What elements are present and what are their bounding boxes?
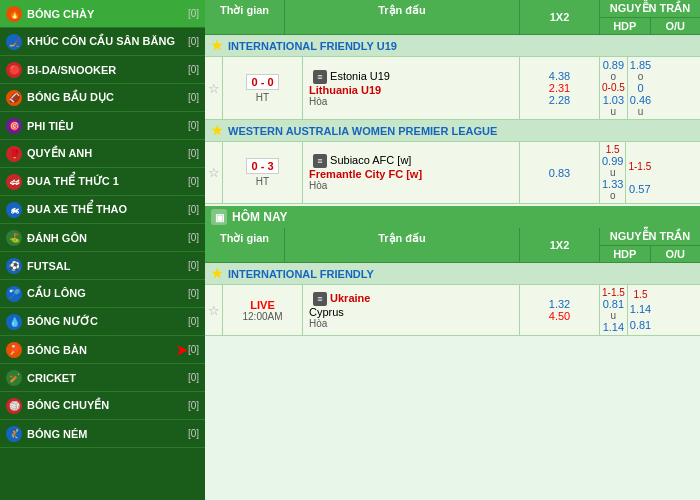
sidebar-item-label: BÓNG NƯỚC xyxy=(27,315,98,328)
sidebar-item-label: ĐUA THỂ THỨC 1 xyxy=(27,175,119,188)
col-nguyen-tran: NGUYỄN TRẦN xyxy=(600,0,700,18)
sidebar-badge: [0] xyxy=(188,36,199,47)
draw-label2: Hòa xyxy=(309,180,513,191)
hn-odds-bot[interactable]: 4.50 xyxy=(549,310,570,322)
hn-col-hdp: HDP xyxy=(600,246,651,262)
hdp-ou3: o xyxy=(638,71,644,82)
match-row-hn: ☆ LIVE 12:00AM ≡ Ukraine Cyprus Hòa 1.32… xyxy=(205,285,700,336)
hn-odds-top[interactable]: 1.32 xyxy=(549,298,570,310)
hdp-ou-cell: 0.89 o 0-0.5 1.03 u 1.85 o 0 xyxy=(600,57,700,119)
favorite-star[interactable]: ☆ xyxy=(205,81,223,96)
bong-nem-icon: 🤾 xyxy=(6,426,22,442)
homnay-icon: ▣ xyxy=(211,209,227,225)
sidebar-item-futsal[interactable]: ⚽ FUTSAL [0] xyxy=(0,252,205,280)
sidebar-item-bong-bau-duc[interactable]: 🏈 BÓNG BẦU DỤC [0] xyxy=(0,84,205,112)
sidebar-item-bong-ban[interactable]: 🏓 BÓNG BÀN ➤ [0] xyxy=(0,336,205,364)
sidebar-item-quyen-anh[interactable]: 🥊 QUYỀN ANH [0] xyxy=(0,140,205,168)
sidebar-item-bong-nem[interactable]: 🤾 BÓNG NÉM [0] xyxy=(0,420,205,448)
odds-mid[interactable]: 2.31 xyxy=(549,82,570,94)
hdp-col-right: 1.85 o 0 0.46 u xyxy=(628,57,653,119)
sidebar-badge: [0] xyxy=(188,400,199,411)
quyen-anh-icon: 🥊 xyxy=(6,146,22,162)
col-hdp: HDP xyxy=(600,18,651,34)
team1-name2: ≡ Subiaco AFC [w] xyxy=(309,154,513,168)
odds-1x2-cell2: 0.83 xyxy=(520,142,600,203)
favorite-star2[interactable]: ☆ xyxy=(205,165,223,180)
s2-hdp-val1[interactable]: 0.99 xyxy=(602,155,623,167)
section-star-icon-hn: ★ xyxy=(211,266,223,281)
sidebar-badge: [0] xyxy=(188,204,199,215)
sidebar-item-bong-chay[interactable]: 🔥 BÓNG CHÀY [0] xyxy=(0,0,205,28)
sidebar-item-label: BÓNG BÀN xyxy=(27,344,87,356)
sidebar-badge: [0] xyxy=(188,288,199,299)
bong-chay-icon: 🔥 xyxy=(6,6,22,22)
hn-hdp-val2[interactable]: 1.14 xyxy=(603,321,624,333)
hdp-val1[interactable]: 0.89 xyxy=(603,59,624,71)
table-header-homnay: Thời gian Trận đấu 1X2 NGUYỄN TRẦN HDP O… xyxy=(205,228,700,263)
sidebar-item-bong-chuyen[interactable]: 🏐 BÓNG CHUYỀN [0] xyxy=(0,392,205,420)
sidebar-badge: [0] xyxy=(188,260,199,271)
odds-1x2-hn: 1.32 4.50 xyxy=(520,285,600,335)
col-1x2: 1X2 xyxy=(520,0,600,34)
hdp-val3[interactable]: 1.85 xyxy=(630,59,651,71)
fav-col-hn[interactable]: ☆ xyxy=(205,285,223,335)
bong-ban-icon: 🏓 xyxy=(6,342,22,358)
odds-only[interactable]: 0.83 xyxy=(549,167,570,179)
hn-hdp-val1[interactable]: 0.81 xyxy=(603,298,624,310)
hn-col-time: Thời gian xyxy=(205,228,285,262)
odds-bot[interactable]: 2.28 xyxy=(549,94,570,106)
hdp-col-hn-right: 1.5 1.14 0.81 xyxy=(628,285,653,335)
fav-col2[interactable]: ☆ xyxy=(205,142,223,203)
sidebar-item-cricket[interactable]: 🏏 CRICKET [0] xyxy=(0,364,205,392)
khuc-con-cau-icon: 🏒 xyxy=(6,34,22,50)
sidebar-item-cau-long[interactable]: 🏸 CẦU LÔNG [0] xyxy=(0,280,205,308)
sidebar-badge: [0] xyxy=(188,232,199,243)
match-time-value: 12:00AM xyxy=(242,311,282,322)
sidebar-badge: [0] xyxy=(188,176,199,187)
sidebar-item-bong-nuoc[interactable]: 💧 BÓNG NƯỚC [0] xyxy=(0,308,205,336)
hn-team2: Cyprus xyxy=(309,306,513,318)
hn-hdp-val4[interactable]: 0.81 xyxy=(630,319,651,331)
s2-hdp-val2[interactable]: 1.33 xyxy=(602,178,623,190)
hn-team1: ≡ Ukraine xyxy=(309,292,513,306)
favorite-star-hn[interactable]: ☆ xyxy=(205,303,223,318)
sidebar-badge: [0] xyxy=(188,316,199,327)
col-time: Thời gian xyxy=(205,0,285,34)
sidebar-item-bi-da[interactable]: 🔴 BI-DA/SNOOKER [0] xyxy=(0,56,205,84)
sidebar-item-label: CRICKET xyxy=(27,372,76,384)
match-teams: ≡ Estonia U19 Lithuania U19 Hòa xyxy=(303,57,520,119)
sidebar-item-label: BÓNG NÉM xyxy=(27,428,88,440)
dua-the-thuc-icon: 🏎 xyxy=(6,174,22,190)
sidebar-item-phi-tieu[interactable]: 🎯 PHI TIÊU [0] xyxy=(0,112,205,140)
col-nguy: NGUYỄN TRẦN HDP O/U xyxy=(600,0,700,34)
dua-xe-icon: 🏍 xyxy=(6,202,22,218)
odds-top[interactable]: 4.38 xyxy=(549,70,570,82)
fav-col[interactable]: ☆ xyxy=(205,57,223,119)
hdp-ou-cell-hn: 1-1.5 0.81 u 1.14 1.5 1.14 0.81 xyxy=(600,285,700,335)
match-time: 0 - 0 HT xyxy=(223,57,303,119)
section-star-icon: ★ xyxy=(211,38,223,53)
hdp-val4[interactable]: 0 xyxy=(637,82,643,94)
match-info-icon[interactable]: ≡ xyxy=(313,70,327,84)
col-hdp-ou: HDP O/U xyxy=(600,18,700,34)
sidebar-item-khuc-con-cau[interactable]: 🏒 KHÚC CÔN CẦU SÂN BĂNG [0] xyxy=(0,28,205,56)
hdp-val2[interactable]: 1.03 xyxy=(603,94,624,106)
sidebar-item-danh-gon[interactable]: ⛳ ĐÁNH GÔN [0] xyxy=(0,224,205,252)
sidebar-item-label: BÓNG CHÀY xyxy=(27,8,94,20)
team2-name2: Fremantle City FC [w] xyxy=(309,168,513,180)
hdp-val5[interactable]: 0.46 xyxy=(630,94,651,106)
bi-da-icon: 🔴 xyxy=(6,62,22,78)
section-header-wawpl: ★ WESTERN AUSTRALIA WOMEN PREMIER LEAGUE xyxy=(205,120,700,142)
main-content: Thời gian Trận đấu 1X2 NGUYỄN TRẦN HDP O… xyxy=(205,0,700,500)
match-info-icon2[interactable]: ≡ xyxy=(313,154,327,168)
sidebar-item-label: ĐÁNH GÔN xyxy=(27,232,87,244)
hn-hdp-val3[interactable]: 1.14 xyxy=(630,303,651,315)
s2-hdp-val3[interactable]: 0.57 xyxy=(629,183,650,195)
sidebar-item-dua-xe[interactable]: 🏍 ĐUA XE THỂ THAO [0] xyxy=(0,196,205,224)
match-info-icon-hn[interactable]: ≡ xyxy=(313,292,327,306)
sidebar-item-label: PHI TIÊU xyxy=(27,120,73,132)
bong-nuoc-icon: 💧 xyxy=(6,314,22,330)
hn-col-1x2: 1X2 xyxy=(520,228,600,262)
sidebar-item-dua-the-thuc[interactable]: 🏎 ĐUA THỂ THỨC 1 [0] xyxy=(0,168,205,196)
col-ou: O/U xyxy=(651,18,701,34)
